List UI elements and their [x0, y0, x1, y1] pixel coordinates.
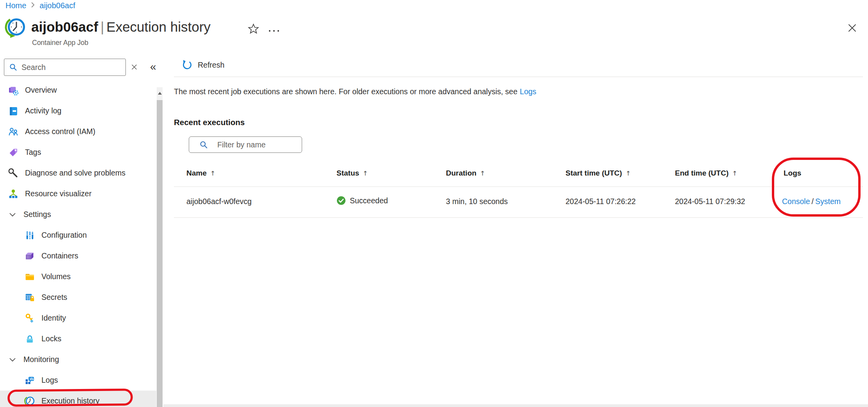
refresh-label: Refresh — [198, 61, 224, 70]
breadcrumb-home-link[interactable]: Home — [5, 1, 26, 10]
sidebar-item-overview[interactable]: Overview — [0, 80, 156, 100]
execution-end-time-cell: 2024-05-11 07:29:32 — [675, 197, 745, 206]
sidebar-item-access-control[interactable]: Access control (IAM) — [0, 121, 156, 142]
sidebar-item-locks[interactable]: Locks — [0, 328, 156, 349]
sidebar-item-label: Resource visualizer — [25, 189, 91, 198]
sidebar-item-secrets[interactable]: Secrets — [0, 287, 156, 308]
ellipsis-icon — [269, 30, 270, 32]
scroll-up-button[interactable] — [157, 87, 163, 99]
filter-box — [189, 136, 302, 153]
sidebar-item-diagnose[interactable]: Diagnose and solve problems — [0, 163, 156, 183]
sort-ascending-icon: ↑ — [626, 170, 631, 177]
search-icon — [9, 63, 17, 71]
sidebar-item-label: Overview — [25, 86, 57, 95]
key-icon — [24, 313, 35, 323]
breadcrumb-resource-link[interactable]: aijob06acf — [39, 1, 75, 10]
blade-title: Execution history — [106, 19, 211, 34]
sliders-icon — [24, 230, 35, 240]
tag-icon — [8, 147, 18, 158]
sidebar-group-label: Settings — [23, 210, 51, 219]
sidebar-item-label: Access control (IAM) — [25, 127, 95, 136]
resource-tree-icon — [8, 188, 18, 199]
filter-search-icon — [200, 141, 208, 149]
sidebar-search-input[interactable] — [21, 63, 122, 72]
refresh-button[interactable]: Refresh — [181, 59, 224, 71]
sidebar-item-label: Locks — [41, 334, 61, 343]
clear-x-icon — [131, 64, 138, 70]
sort-ascending-icon: ↑ — [210, 170, 215, 177]
sidebar-item-label: Activity log — [25, 106, 61, 115]
sidebar-item-logs[interactable]: Logs — [0, 370, 156, 391]
container-box-icon — [24, 251, 35, 261]
sidebar-search-box — [4, 59, 126, 76]
column-header-start-time[interactable]: Start time (UTC)↑ — [566, 169, 631, 178]
sidebar-item-label: Configuration — [41, 231, 87, 240]
scroll-up-arrow-icon — [158, 92, 162, 95]
sidebar-item-execution-history[interactable]: Execution history — [0, 391, 156, 407]
sidebar-group-settings[interactable]: Settings — [0, 204, 156, 225]
sidebar-item-resource-visualizer[interactable]: Resource visualizer — [0, 183, 156, 204]
chevron-down-icon — [8, 210, 17, 219]
horizontal-scrollbar[interactable] — [163, 404, 868, 407]
filter-by-name-input[interactable] — [217, 140, 302, 149]
sidebar-item-label: Diagnose and solve problems — [25, 169, 125, 178]
execution-start-time-cell: 2024-05-11 07:26:22 — [566, 197, 636, 206]
status-label: Succeeded — [350, 196, 388, 205]
breadcrumb: Home aijob06acf — [5, 1, 75, 10]
console-logs-link[interactable]: Console — [782, 197, 810, 206]
logs-icon — [24, 375, 35, 385]
more-options-button[interactable] — [269, 30, 279, 32]
lock-icon — [24, 333, 35, 344]
sidebar-item-configuration[interactable]: Configuration — [0, 225, 156, 246]
sidebar: « Overview Activity log — [0, 55, 172, 407]
execution-name-cell: aijob06acf-w0fevcg — [186, 197, 252, 206]
sidebar-item-label: Secrets — [41, 293, 67, 302]
execution-status-cell: Succeeded — [336, 196, 388, 205]
sidebar-group-monitoring[interactable]: Monitoring — [0, 349, 156, 370]
favorite-button[interactable] — [248, 23, 259, 36]
sidebar-item-label: Containers — [41, 251, 78, 260]
star-icon — [248, 23, 259, 34]
intro-text: The most recent job executions are shown… — [174, 87, 536, 96]
recent-executions-title: Recent executions — [174, 118, 245, 127]
column-header-end-time[interactable]: End time (UTC)↑ — [675, 169, 737, 178]
sidebar-group-label: Monitoring — [23, 355, 59, 364]
secrets-lock-icon — [24, 292, 35, 303]
scrollbar-thumb[interactable] — [157, 100, 163, 407]
column-header-logs: Logs — [784, 169, 801, 178]
clear-search-button[interactable] — [131, 64, 138, 72]
breadcrumb-chevron-icon — [31, 1, 35, 10]
table-row-divider — [174, 217, 863, 218]
sidebar-item-label: Tags — [25, 148, 41, 157]
sidebar-item-containers[interactable]: Containers — [0, 246, 156, 266]
sidebar-item-label: Execution history — [41, 396, 100, 405]
logs-link[interactable]: Logs — [520, 87, 536, 96]
system-logs-link[interactable]: System — [815, 197, 841, 206]
collapse-sidebar-button[interactable]: « — [150, 59, 156, 74]
overview-icon — [8, 85, 18, 95]
folder-icon — [24, 271, 35, 282]
column-header-status[interactable]: Status↑ — [336, 169, 368, 178]
close-button[interactable] — [847, 23, 857, 35]
sidebar-item-label: Identity — [41, 314, 66, 323]
people-icon — [8, 126, 18, 137]
column-header-name[interactable]: Name↑ — [186, 169, 215, 178]
success-check-icon — [336, 196, 346, 205]
sort-ascending-icon: ↑ — [363, 170, 368, 177]
table-header-divider — [174, 186, 863, 187]
sidebar-scrollbar[interactable] — [157, 87, 163, 407]
title-separator: | — [98, 19, 106, 34]
refresh-icon — [181, 59, 193, 71]
chevron-down-icon — [8, 355, 17, 364]
resource-name: aijob06acf — [31, 19, 98, 34]
column-header-duration[interactable]: Duration↑ — [446, 169, 485, 178]
execution-history-clock-icon — [24, 396, 35, 406]
sidebar-item-activity-log[interactable]: Activity log — [0, 100, 156, 121]
sidebar-item-volumes[interactable]: Volumes — [0, 266, 156, 287]
sidebar-item-identity[interactable]: Identity — [0, 308, 156, 328]
activity-log-icon — [8, 106, 18, 116]
sidebar-item-tags[interactable]: Tags — [0, 142, 156, 163]
close-icon — [847, 23, 857, 33]
sort-ascending-icon: ↑ — [480, 170, 485, 177]
sidebar-nav: Overview Activity log — [0, 80, 156, 407]
